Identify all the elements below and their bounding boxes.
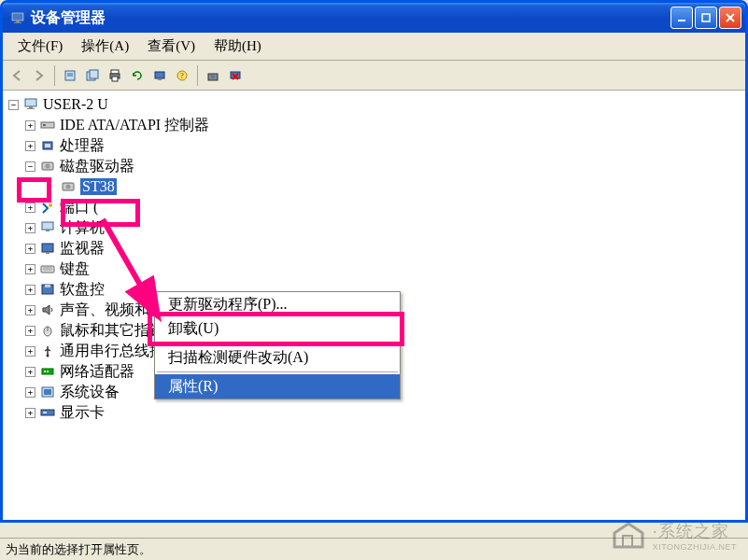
cm-update-driver[interactable]: 更新驱动程序(P)... — [155, 292, 400, 316]
svg-rect-30 — [45, 144, 50, 147]
tree-node-disk-child[interactable]: ST38 — [5, 176, 743, 197]
toolbar-separator — [54, 65, 55, 86]
tree-node-disk[interactable]: − 磁盘驱动器 — [5, 156, 743, 176]
cm-uninstall[interactable]: 卸载(U) — [155, 316, 400, 341]
forward-button — [29, 65, 49, 86]
svg-rect-11 — [90, 70, 98, 78]
expand-icon[interactable]: + — [25, 326, 35, 336]
keyboard-icon — [39, 261, 56, 276]
sound-icon — [39, 302, 56, 317]
cm-properties[interactable]: 属性(R) — [155, 374, 400, 399]
svg-rect-49 — [44, 371, 46, 372]
toolbar: ? — [3, 61, 745, 91]
tree-node-ports[interactable]: + 端口 ( — [5, 197, 743, 217]
expand-icon[interactable]: + — [25, 387, 35, 398]
svg-rect-28 — [43, 124, 46, 126]
disk-icon — [60, 179, 77, 194]
svg-rect-52 — [44, 389, 51, 395]
svg-rect-37 — [46, 230, 49, 231]
menu-separator — [157, 371, 398, 372]
toolbar-separator — [197, 65, 198, 86]
device-manager-window: 设备管理器 文件(F) 操作(A) 查看(V) 帮助(H) ? − USER-2 — [0, 0, 748, 523]
expand-icon[interactable]: + — [25, 346, 35, 357]
close-button[interactable] — [719, 7, 741, 29]
svg-rect-54 — [43, 412, 47, 413]
ports-icon — [39, 200, 56, 215]
expand-icon[interactable]: + — [25, 244, 35, 254]
node-label-selected: ST38 — [80, 178, 117, 195]
expand-icon[interactable]: + — [25, 141, 35, 151]
titlebar[interactable]: 设备管理器 — [3, 3, 745, 33]
back-button — [7, 65, 27, 86]
disk-icon — [39, 159, 56, 174]
context-menu: 更新驱动程序(P)... 卸载(U) 扫描检测硬件改动(A) 属性(R) — [154, 291, 401, 399]
cm-scan-hardware[interactable]: 扫描检测硬件改动(A) — [155, 345, 400, 370]
svg-rect-26 — [27, 108, 35, 109]
refresh-button[interactable] — [127, 65, 148, 86]
usb-icon — [39, 343, 56, 358]
floppy-icon — [39, 282, 56, 297]
expand-icon[interactable]: + — [25, 367, 35, 377]
svg-point-47 — [47, 355, 49, 357]
print-button[interactable] — [105, 65, 125, 86]
svg-point-34 — [66, 185, 71, 189]
properties-button[interactable] — [60, 65, 80, 86]
svg-point-20 — [211, 75, 215, 78]
node-label: 显示卡 — [60, 403, 105, 423]
collapse-icon[interactable]: − — [8, 100, 19, 110]
tree-node-ide[interactable]: + IDE ATA/ATAPI 控制器 — [5, 115, 743, 135]
properties2-button[interactable] — [82, 65, 103, 86]
tree-node-computer[interactable]: + 计算机 — [5, 217, 743, 238]
svg-rect-2 — [14, 22, 21, 23]
svg-point-35 — [49, 203, 52, 207]
node-label: 系统设备 — [60, 383, 120, 402]
tree-view[interactable]: − USER-2 U + IDE ATA/ATAPI 控制器 + 处理器 − 磁… — [3, 91, 745, 520]
tree-node-keyboard[interactable]: + 键盘 — [5, 259, 743, 279]
help-button[interactable]: ? — [172, 65, 192, 86]
cpu-icon — [39, 138, 56, 153]
scan-button[interactable] — [149, 65, 170, 86]
status-text: 为当前的选择打开属性页。 — [6, 541, 151, 558]
expand-icon[interactable]: + — [25, 223, 35, 233]
tree-node-monitor[interactable]: + 监视器 — [5, 238, 743, 259]
expand-icon[interactable]: + — [25, 285, 35, 295]
node-label: 磁盘驱动器 — [60, 157, 134, 176]
node-label: 端口 ( — [60, 198, 98, 217]
tree-node-display[interactable]: + 显示卡 — [5, 402, 743, 423]
node-label: 网络适配器 — [60, 362, 134, 382]
svg-rect-3 — [678, 20, 685, 21]
svg-rect-15 — [155, 72, 164, 78]
svg-rect-50 — [47, 371, 49, 372]
maximize-button[interactable] — [695, 7, 717, 29]
expand-icon[interactable]: + — [25, 120, 35, 131]
mouse-icon — [39, 323, 56, 338]
system-icon — [39, 385, 56, 399]
tree-root[interactable]: − USER-2 U — [5, 94, 743, 115]
monitor-icon — [39, 241, 56, 256]
menubar: 文件(F) 操作(A) 查看(V) 帮助(H) — [3, 33, 745, 61]
svg-rect-16 — [158, 78, 162, 80]
menu-view[interactable]: 查看(V) — [138, 34, 205, 59]
menu-file[interactable]: 文件(F) — [8, 34, 72, 59]
expand-icon[interactable]: + — [25, 264, 35, 274]
expand-icon[interactable]: + — [25, 305, 35, 315]
update-button[interactable] — [203, 65, 223, 86]
window-controls — [670, 7, 741, 29]
display-icon — [39, 405, 56, 420]
menu-action[interactable]: 操作(A) — [72, 34, 138, 59]
expand-icon[interactable]: + — [25, 408, 35, 418]
svg-point-32 — [46, 164, 50, 169]
network-icon — [39, 364, 56, 379]
svg-rect-36 — [42, 222, 53, 230]
uninstall-button[interactable] — [225, 65, 246, 86]
menu-help[interactable]: 帮助(H) — [205, 34, 271, 59]
svg-rect-12 — [111, 70, 119, 74]
svg-rect-14 — [112, 77, 118, 81]
window-title: 设备管理器 — [31, 8, 670, 28]
expand-icon[interactable]: + — [25, 203, 35, 213]
node-label: 计算机 — [60, 218, 105, 238]
tree-node-cpu[interactable]: + 处理器 — [5, 135, 743, 156]
svg-rect-1 — [16, 21, 20, 22]
minimize-button[interactable] — [670, 7, 693, 29]
collapse-icon[interactable]: − — [25, 161, 35, 172]
